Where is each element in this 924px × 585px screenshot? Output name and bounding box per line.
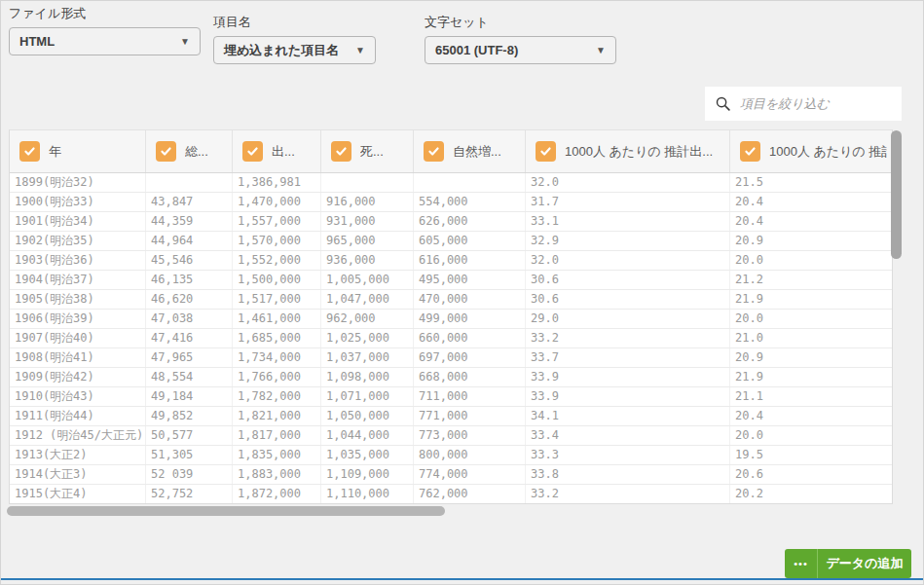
- table-cell: 916,000: [321, 193, 414, 211]
- table-cell: 30.6: [526, 271, 730, 289]
- table-cell: 21.5: [730, 173, 893, 192]
- table-row: 1901(明治34)44,3591,557,000931,000626,0003…: [10, 212, 892, 232]
- table-cell: 20.2: [730, 485, 893, 503]
- column-header[interactable]: 1000人 あたりの 推計出...: [526, 130, 730, 172]
- column-checkbox[interactable]: [536, 141, 556, 162]
- field-names-group: 項目名 埋め込まれた項目名 ▼: [213, 14, 376, 64]
- table-header-row: 年総...出...死...自然増...1000人 あたりの 推計出...1000…: [10, 130, 892, 173]
- table-cell: 33.2: [526, 485, 730, 503]
- search-input[interactable]: [740, 96, 893, 112]
- check-icon: [335, 145, 348, 158]
- table-cell: 1,557,000: [233, 212, 321, 231]
- table-cell: 711,000: [414, 387, 526, 406]
- charset-select[interactable]: 65001 (UTF-8) ▼: [425, 36, 616, 64]
- check-icon: [744, 145, 757, 158]
- table-cell: 1,872,000: [233, 485, 321, 503]
- column-header[interactable]: 死...: [321, 130, 414, 172]
- table-cell: 44,964: [146, 232, 233, 250]
- file-format-value: HTML: [19, 34, 55, 49]
- table-cell: 20.0: [730, 310, 893, 328]
- file-format-select[interactable]: HTML ▼: [9, 27, 201, 55]
- table-cell: 1905(明治38): [10, 290, 146, 309]
- table-cell: 20.9: [730, 232, 893, 250]
- table-cell: 34.1: [526, 407, 730, 425]
- table-cell: 1,570,000: [233, 232, 321, 250]
- column-label: 年: [49, 143, 61, 161]
- table-cell: 29.0: [526, 310, 730, 328]
- table-cell: 33.3: [526, 446, 730, 464]
- table-body: 1899(明治32)1,386,98132.021.51900(明治33)43,…: [10, 173, 892, 504]
- table-cell: 20.4: [730, 212, 893, 231]
- table-cell: 1907(明治40): [10, 329, 146, 347]
- horizontal-scrollbar: [7, 506, 891, 516]
- table-cell: 1908(明治41): [10, 348, 146, 367]
- file-format-label: ファイル形式: [9, 5, 201, 22]
- table-row: 1907(明治40)47,4161,685,0001,025,000660,00…: [10, 329, 892, 348]
- check-icon: [427, 145, 440, 158]
- table-cell: 1,044,000: [321, 426, 414, 445]
- table-row: 1905(明治38)46,6201,517,0001,047,000470,00…: [10, 290, 892, 310]
- more-options-button[interactable]: •••: [785, 549, 818, 578]
- table-cell: 660,000: [414, 329, 526, 347]
- table-cell: 1,050,000: [321, 407, 414, 425]
- column-checkbox[interactable]: [242, 141, 263, 162]
- column-checkbox[interactable]: [156, 141, 176, 162]
- table-row: 1908(明治41)47,9651,734,0001,037,000697,00…: [10, 348, 892, 368]
- table-cell: 1,035,000: [321, 446, 414, 464]
- table-row: 1913(大正2)51,3051,835,0001,035,000800,000…: [10, 446, 892, 465]
- table-cell: 1,782,000: [233, 387, 321, 406]
- table-row: 1910(明治43)49,1841,782,0001,071,000711,00…: [10, 387, 892, 407]
- table-cell: 616,000: [414, 251, 526, 270]
- column-header[interactable]: 年: [10, 130, 146, 172]
- search-icon: [715, 95, 731, 112]
- table-cell: 21.2: [730, 271, 893, 289]
- table-cell: 554,000: [414, 193, 526, 211]
- table-cell: 668,000: [414, 368, 526, 386]
- column-label: 1000人 あたりの 推計死: [769, 143, 887, 161]
- table-cell: 51,305: [146, 446, 233, 464]
- table-cell: 32.0: [526, 173, 730, 192]
- table-cell: 49,184: [146, 387, 233, 406]
- data-preview-table: 年総...出...死...自然増...1000人 あたりの 推計出...1000…: [9, 129, 893, 504]
- table-cell: 46,620: [146, 290, 233, 309]
- table-cell: 773,000: [414, 426, 526, 445]
- table-row: 1915(大正4)52,7521,872,0001,110,000762,000…: [10, 485, 892, 504]
- table-cell: 1,500,000: [233, 271, 321, 289]
- table-cell: 32.0: [526, 251, 730, 270]
- column-header[interactable]: 総...: [146, 130, 233, 172]
- table-cell: 1915(大正4): [10, 485, 146, 503]
- table-cell: 33.9: [526, 368, 730, 386]
- column-header[interactable]: 出...: [233, 130, 321, 172]
- column-checkbox[interactable]: [740, 141, 760, 162]
- table-cell: 697,000: [414, 348, 526, 367]
- table-cell: 931,000: [321, 212, 414, 231]
- column-label: 1000人 あたりの 推計出...: [565, 143, 713, 161]
- table-cell: 1,821,000: [233, 407, 321, 425]
- table-cell: 965,000: [321, 232, 414, 250]
- column-label: 自然増...: [453, 143, 501, 161]
- table-cell: 1906(明治39): [10, 310, 146, 328]
- table-row: 1912 (明治45/大正元)50,5771,817,0001,044,0007…: [10, 426, 892, 446]
- table-cell: [414, 173, 526, 192]
- table-row: 1904(明治37)46,1351,500,0001,005,000495,00…: [10, 271, 892, 290]
- check-icon: [160, 145, 172, 158]
- table-cell: 605,000: [414, 232, 526, 250]
- field-names-label: 項目名: [213, 14, 376, 31]
- table-row: 1909(明治42)48,5541,766,0001,098,000668,00…: [10, 368, 892, 387]
- add-data-button[interactable]: データの追加: [818, 549, 911, 578]
- table-cell: 20.4: [730, 193, 893, 211]
- column-header[interactable]: 自然増...: [414, 130, 526, 172]
- table-cell: 1,817,000: [233, 426, 321, 445]
- field-filter-search: [705, 87, 902, 121]
- table-cell: 1,386,981: [233, 173, 321, 192]
- column-checkbox[interactable]: [19, 141, 40, 162]
- column-header[interactable]: 1000人 あたりの 推計死: [730, 130, 893, 172]
- column-checkbox[interactable]: [424, 141, 444, 162]
- table-cell: 21.0: [730, 329, 893, 347]
- table-cell: 47,965: [146, 348, 233, 367]
- field-names-select[interactable]: 埋め込まれた項目名 ▼: [213, 36, 376, 64]
- table-cell: 20.0: [730, 426, 893, 445]
- column-checkbox[interactable]: [331, 141, 351, 162]
- vertical-scrollbar-thumb[interactable]: [891, 130, 902, 259]
- horizontal-scrollbar-thumb[interactable]: [7, 506, 445, 516]
